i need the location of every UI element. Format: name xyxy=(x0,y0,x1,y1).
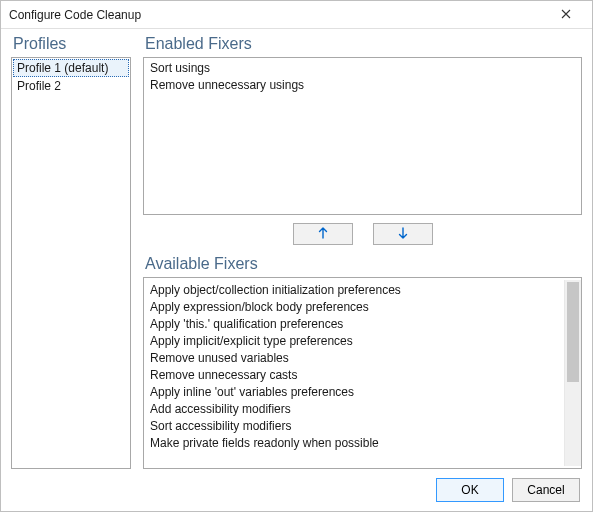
scrollbar[interactable] xyxy=(564,280,581,466)
move-down-button[interactable] xyxy=(373,223,433,245)
list-item[interactable]: Sort usings xyxy=(144,60,581,77)
list-item-label: Apply expression/block body preferences xyxy=(150,300,369,314)
move-buttons-row xyxy=(143,215,582,255)
profiles-pane: Profiles Profile 1 (default) Profile 2 xyxy=(11,35,131,469)
close-icon xyxy=(561,8,571,22)
list-item-label: Sort accessibility modifiers xyxy=(150,419,291,433)
profiles-list[interactable]: Profile 1 (default) Profile 2 xyxy=(11,57,131,469)
window-title: Configure Code Cleanup xyxy=(9,8,546,22)
list-item[interactable]: Make private fields readonly when possib… xyxy=(144,435,564,452)
titlebar: Configure Code Cleanup xyxy=(1,1,592,29)
available-list-inner: Apply object/collection initialization p… xyxy=(144,280,564,466)
profile-item-label: Profile 2 xyxy=(17,79,61,93)
list-item[interactable]: Apply expression/block body preferences xyxy=(144,299,564,316)
profile-item[interactable]: Profile 1 (default) xyxy=(13,59,129,77)
dialog-window: Configure Code Cleanup Profiles Profile … xyxy=(0,0,593,512)
profiles-heading: Profiles xyxy=(13,35,131,53)
arrow-up-icon xyxy=(318,227,328,242)
list-item-label: Apply inline 'out' variables preferences xyxy=(150,385,354,399)
list-item-label: Make private fields readonly when possib… xyxy=(150,436,379,450)
list-item[interactable]: Remove unnecessary casts xyxy=(144,367,564,384)
profile-item-label: Profile 1 (default) xyxy=(17,61,108,75)
dialog-footer: OK Cancel xyxy=(1,469,592,511)
list-item[interactable]: Remove unused variables xyxy=(144,350,564,367)
available-fixers-list[interactable]: Apply object/collection initialization p… xyxy=(143,277,582,469)
ok-button[interactable]: OK xyxy=(436,478,504,502)
cancel-button[interactable]: Cancel xyxy=(512,478,580,502)
list-item-label: Remove unnecessary casts xyxy=(150,368,297,382)
list-item[interactable]: Apply 'this.' qualification preferences xyxy=(144,316,564,333)
enabled-fixers-list[interactable]: Sort usings Remove unnecessary usings xyxy=(143,57,582,215)
list-item-label: Apply 'this.' qualification preferences xyxy=(150,317,343,331)
list-item-label: Apply implicit/explicit type preferences xyxy=(150,334,353,348)
list-item-label: Apply object/collection initialization p… xyxy=(150,283,401,297)
list-item-label: Remove unnecessary usings xyxy=(150,78,304,92)
list-item[interactable]: Sort accessibility modifiers xyxy=(144,418,564,435)
list-item[interactable]: Add accessibility modifiers xyxy=(144,401,564,418)
content-area: Profiles Profile 1 (default) Profile 2 E… xyxy=(1,29,592,469)
list-item[interactable]: Apply implicit/explicit type preferences xyxy=(144,333,564,350)
fixers-pane: Enabled Fixers Sort usings Remove unnece… xyxy=(143,35,582,469)
move-up-button[interactable] xyxy=(293,223,353,245)
list-item-label: Remove unused variables xyxy=(150,351,289,365)
arrow-down-icon xyxy=(398,227,408,242)
list-item[interactable]: Remove unnecessary usings xyxy=(144,77,581,94)
scrollbar-thumb[interactable] xyxy=(567,282,579,382)
list-item-label: Sort usings xyxy=(150,61,210,75)
profile-item[interactable]: Profile 2 xyxy=(13,77,129,95)
available-heading: Available Fixers xyxy=(145,255,582,273)
list-item-label: Add accessibility modifiers xyxy=(150,402,291,416)
enabled-heading: Enabled Fixers xyxy=(145,35,582,53)
list-item[interactable]: Apply inline 'out' variables preferences xyxy=(144,384,564,401)
close-button[interactable] xyxy=(546,2,586,28)
list-item[interactable]: Apply object/collection initialization p… xyxy=(144,282,564,299)
